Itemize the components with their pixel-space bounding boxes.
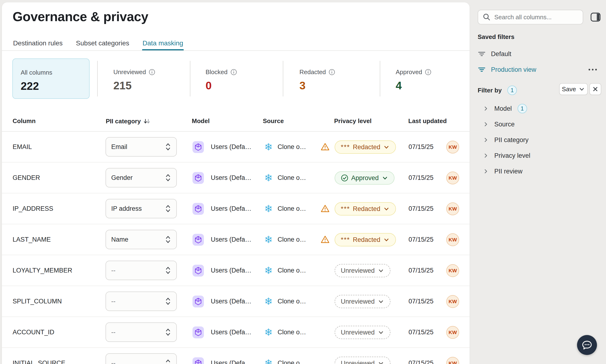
pii-category-select[interactable]: -- bbox=[105, 322, 177, 342]
privacy-level-badge[interactable]: Unreviewed bbox=[335, 357, 390, 364]
saved-filter-default[interactable]: Default bbox=[478, 47, 601, 61]
table-row: LOYALTY_MEMBER--Users (Defa…❄Clone o…Unr… bbox=[2, 255, 470, 286]
more-options-icon[interactable] bbox=[587, 68, 598, 71]
source-name: Clone o… bbox=[277, 317, 306, 347]
save-filter-button[interactable]: Save bbox=[559, 83, 588, 95]
col-header-column: Column bbox=[13, 117, 36, 125]
stat-label: All columns bbox=[21, 69, 52, 76]
privacy-level-badge[interactable]: Approved bbox=[335, 171, 395, 185]
snowflake-icon: ❄ bbox=[264, 193, 273, 224]
stat-label-text: Unreviewed bbox=[113, 68, 146, 76]
model-name: Users (Defa… bbox=[211, 348, 251, 364]
pii-category-select[interactable]: Email bbox=[105, 137, 177, 156]
tab-subset-categories[interactable]: Subset categories bbox=[76, 38, 130, 51]
pii-select-value: -- bbox=[111, 267, 116, 274]
privacy-level-badge[interactable]: ***Redacted bbox=[335, 233, 396, 247]
pii-category-select[interactable]: IP address bbox=[105, 199, 177, 218]
source-name: Clone o… bbox=[277, 132, 306, 162]
filter-group-pii-review[interactable]: PII review bbox=[478, 163, 601, 179]
stat-divider bbox=[380, 61, 380, 96]
privacy-level-label: Unreviewed bbox=[341, 360, 375, 364]
table-row: LAST_NAMENameUsers (Defa…❄Clone o…***Red… bbox=[2, 224, 470, 255]
model-cube-icon bbox=[193, 296, 204, 307]
row-column-name: LOYALTY_MEMBER bbox=[13, 255, 72, 286]
privacy-level-label: Unreviewed bbox=[341, 298, 375, 305]
stat-value: 215 bbox=[113, 79, 155, 92]
header-divider bbox=[2, 50, 470, 51]
filter-lines-icon bbox=[478, 66, 486, 73]
filter-groups-list: Model1SourcePII categoryPrivacy levelPII… bbox=[478, 101, 601, 179]
privacy-level-badge[interactable]: Unreviewed bbox=[335, 264, 390, 277]
row-column-name: GENDER bbox=[13, 163, 40, 193]
stat-approved[interactable]: Approved4 bbox=[396, 68, 431, 92]
select-stepper-icon bbox=[165, 297, 171, 306]
row-column-name: SPLIT_COLUMN bbox=[13, 286, 62, 316]
model-cube-icon bbox=[193, 172, 204, 184]
stat-label: Unreviewed bbox=[113, 68, 155, 76]
pii-category-select[interactable]: -- bbox=[105, 292, 177, 311]
last-updated-date: 07/15/25 bbox=[408, 317, 434, 347]
avatar: KW bbox=[446, 295, 459, 308]
privacy-level-badge[interactable]: ***Redacted bbox=[335, 202, 396, 216]
model-cube-icon bbox=[193, 265, 204, 277]
chevron-down-icon bbox=[378, 298, 384, 305]
row-column-name: ACCOUNT_ID bbox=[13, 317, 54, 347]
row-column-name: IP_ADDRESS bbox=[13, 193, 53, 224]
chevron-down-icon bbox=[382, 175, 388, 181]
avatar: KW bbox=[446, 264, 459, 277]
tab-destination-rules[interactable]: Destination rules bbox=[13, 38, 63, 51]
panel-toggle-icon[interactable] bbox=[590, 12, 601, 22]
privacy-level-badge[interactable]: Unreviewed bbox=[335, 295, 390, 308]
table-row: EMAILEmailUsers (Defa…❄Clone o…***Redact… bbox=[2, 132, 470, 163]
model-name: Users (Defa… bbox=[211, 255, 251, 286]
privacy-level-label: Redacted bbox=[353, 205, 381, 213]
redacted-stars: *** bbox=[341, 143, 350, 151]
clear-filters-button[interactable] bbox=[589, 83, 601, 95]
pii-category-select[interactable]: Gender bbox=[105, 168, 177, 187]
filter-group-privacy-level[interactable]: Privacy level bbox=[478, 148, 601, 163]
pii-category-select[interactable]: -- bbox=[105, 353, 177, 364]
pii-select-value: Email bbox=[111, 143, 127, 151]
select-stepper-icon bbox=[165, 266, 171, 275]
stat-unreviewed[interactable]: Unreviewed215 bbox=[113, 68, 155, 92]
col-header-model: Model bbox=[192, 117, 210, 125]
stat-value: 3 bbox=[299, 79, 335, 92]
search-box[interactable] bbox=[478, 10, 583, 25]
tab-data-masking[interactable]: Data masking bbox=[142, 38, 184, 51]
filter-group-label: Source bbox=[494, 121, 515, 128]
filter-group-label: Model bbox=[494, 105, 512, 112]
saved-filter-label: Default bbox=[491, 50, 511, 58]
select-stepper-icon bbox=[165, 235, 171, 244]
col-header-privacy-level: Privacy level bbox=[334, 117, 372, 125]
stat-divider bbox=[283, 61, 283, 96]
pii-category-select[interactable]: -- bbox=[105, 261, 177, 280]
stat-redacted[interactable]: Redacted3 bbox=[299, 68, 335, 92]
info-icon bbox=[231, 69, 237, 75]
table-row: IP_ADDRESSIP addressUsers (Defa…❄Clone o… bbox=[2, 193, 470, 224]
snowflake-icon: ❄ bbox=[264, 224, 273, 255]
avatar: KW bbox=[446, 141, 459, 154]
filter-group-source[interactable]: Source bbox=[478, 117, 601, 132]
col-header-pii-category[interactable]: PII category bbox=[106, 117, 151, 125]
chevron-down-icon bbox=[378, 267, 384, 274]
search-input[interactable] bbox=[494, 13, 579, 21]
chevron-right-icon bbox=[483, 169, 488, 174]
tab-label: Subset categories bbox=[76, 39, 129, 47]
chevron-down-icon bbox=[383, 206, 390, 212]
chevron-down-icon bbox=[383, 144, 390, 150]
saved-filters-title: Saved filters bbox=[478, 33, 514, 41]
sort-icon[interactable] bbox=[143, 117, 151, 125]
stat-blocked[interactable]: Blocked0 bbox=[206, 68, 237, 92]
filter-group-model[interactable]: Model1 bbox=[478, 101, 601, 117]
row-column-name: INITIAL_SOURCE bbox=[13, 348, 65, 364]
pii-category-select[interactable]: Name bbox=[105, 230, 177, 249]
chat-button[interactable] bbox=[577, 335, 597, 355]
saved-filter-production-view[interactable]: Production view bbox=[478, 63, 601, 77]
redacted-stars: *** bbox=[341, 205, 350, 213]
filter-group-pii-category[interactable]: PII category bbox=[478, 132, 601, 148]
stat-all-columns[interactable]: All columns222 bbox=[12, 58, 90, 99]
table-row: GENDERGenderUsers (Defa…❄Clone o…Approve… bbox=[2, 163, 470, 193]
privacy-level-badge[interactable]: Unreviewed bbox=[335, 326, 390, 339]
avatar: KW bbox=[446, 326, 459, 339]
privacy-level-badge[interactable]: ***Redacted bbox=[335, 140, 396, 154]
